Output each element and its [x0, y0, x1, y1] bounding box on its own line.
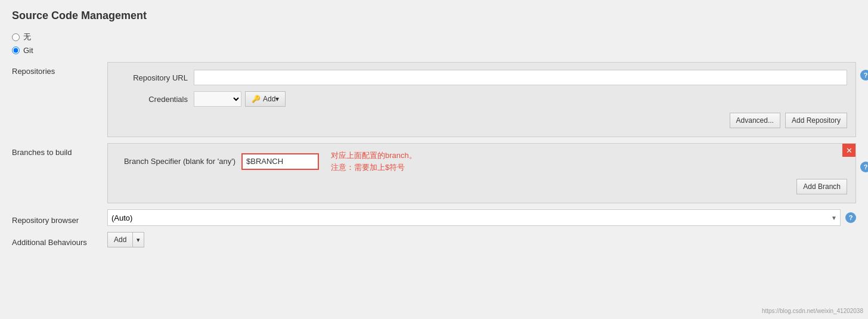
- advanced-button[interactable]: Advanced...: [730, 113, 780, 128]
- repositories-section: Repositories Repository URL Credentials …: [12, 62, 856, 137]
- page-title: Source Code Management: [12, 10, 856, 22]
- branches-help-icon[interactable]: ?: [860, 162, 868, 172]
- repositories-content: Repository URL Credentials 🔑 Add▾ Advanc…: [107, 62, 856, 137]
- repo-browser-label: Repository browser: [12, 211, 107, 225]
- repo-help-icon[interactable]: ?: [860, 70, 868, 80]
- dropdown-arrow-icon: ▾: [137, 236, 140, 244]
- key-icon: 🔑: [252, 95, 261, 103]
- watermark: https://blog.csdn.net/weixin_41202038: [762, 308, 863, 314]
- additional-dropdown-arrow[interactable]: ▾: [132, 232, 144, 247]
- delete-branch-button[interactable]: ✕: [842, 144, 855, 157]
- repo-url-row: Repository URL: [116, 70, 847, 85]
- repo-browser-select[interactable]: (Auto): [107, 209, 841, 226]
- annotation-line2: 注意：需要加上$符号: [331, 162, 417, 174]
- branches-content: ✕ Branch Specifier (blank for 'any') 对应上…: [107, 143, 856, 203]
- repo-browser-section: Repository browser (Auto) ▼ ?: [12, 209, 856, 226]
- repo-browser-select-wrapper: (Auto) ▼: [107, 209, 841, 226]
- branch-specifier-row: Branch Specifier (blank for 'any') 对应上面配…: [116, 150, 847, 173]
- credentials-add-button[interactable]: 🔑 Add▾: [245, 91, 286, 107]
- additional-behaviours-section: Additional Behaviours Add ▾: [12, 232, 856, 247]
- repo-url-input[interactable]: [194, 70, 847, 85]
- add-repository-button[interactable]: Add Repository: [785, 113, 847, 128]
- repo-buttons-row: Advanced... Add Repository: [116, 113, 847, 128]
- additional-add-dropdown: Add ▾: [107, 232, 144, 247]
- repo-url-label: Repository URL: [116, 73, 194, 82]
- branch-specifier-label: Branch Specifier (blank for 'any'): [116, 157, 241, 166]
- additional-behaviours-label: Additional Behaviours: [12, 233, 107, 247]
- additional-add-button[interactable]: Add: [107, 232, 132, 247]
- credentials-row-outer: Credentials 🔑 Add▾: [116, 91, 847, 107]
- repo-browser-help-icon[interactable]: ?: [845, 212, 856, 223]
- add-branch-button[interactable]: Add Branch: [796, 179, 847, 194]
- radio-none[interactable]: [12, 33, 20, 41]
- radio-none-row: 无: [12, 32, 856, 42]
- branches-section: Branches to build ✕ Branch Specifier (bl…: [12, 143, 856, 203]
- credentials-label: Credentials: [116, 95, 194, 104]
- branch-buttons-row: Add Branch: [116, 179, 847, 194]
- branches-label: Branches to build: [12, 143, 107, 203]
- radio-git-label[interactable]: Git: [23, 46, 33, 55]
- branch-annotation: 对应上面配置的branch。 注意：需要加上$符号: [331, 150, 417, 173]
- credentials-controls: 🔑 Add▾: [194, 91, 286, 107]
- radio-git[interactable]: [12, 47, 20, 54]
- radio-none-label[interactable]: 无: [23, 32, 31, 42]
- radio-git-row: Git: [12, 46, 856, 55]
- repositories-label: Repositories: [12, 62, 107, 137]
- branch-specifier-input[interactable]: [241, 153, 319, 170]
- credentials-select[interactable]: [194, 91, 241, 107]
- annotation-line1: 对应上面配置的branch。: [331, 150, 417, 162]
- credentials-add-label: Add▾: [263, 95, 279, 103]
